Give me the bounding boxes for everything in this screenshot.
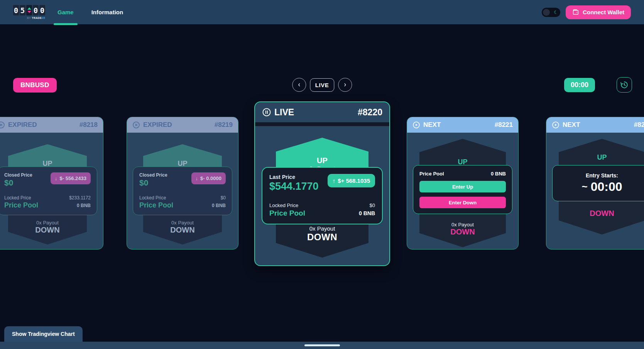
- down-label: DOWN: [170, 226, 194, 234]
- round-timer: 00:00: [564, 78, 595, 92]
- closed-price-value: $0: [4, 178, 32, 187]
- round-card-live-8220: LIVE #8220 UP 0x Payout Last Price $544.…: [254, 101, 390, 266]
- tab-information-label: Information: [91, 9, 123, 15]
- down-arrow-shape: 0x Payout DOWN: [143, 211, 222, 244]
- price-diff-badge: ↓ $- 556.2433: [51, 172, 91, 184]
- arrow-down-icon: ↓: [196, 175, 198, 181]
- card-status: LIVE: [274, 107, 294, 118]
- card-status: EXPIRED: [143, 121, 172, 129]
- play-icon: [552, 121, 559, 129]
- price-pool-label: Price Pool: [139, 201, 173, 209]
- bet-box: Price Pool 0 BNB Enter Up Enter Down: [413, 165, 512, 214]
- round-card-expired-8219: EXPIRED #8219 UP 0x Payout Closed Price …: [127, 117, 238, 250]
- price-diff-value: $- 0.0000: [200, 175, 221, 181]
- last-price-value: $544.1770: [269, 180, 319, 192]
- closed-price-label: Closed Price: [139, 172, 167, 178]
- pair-badge[interactable]: BNBUSD: [13, 78, 57, 93]
- chevron-right-icon: [342, 82, 348, 88]
- round-card-expired-8218: EXPIRED #8218 UP 0x Payout Closed Price …: [0, 117, 103, 250]
- arrow-down-icon: ↓: [55, 175, 57, 181]
- tab-game[interactable]: Game: [57, 0, 74, 24]
- price-pool-value: 0 BNB: [77, 203, 91, 208]
- card-header: EXPIRED #8218: [0, 117, 103, 133]
- app-logo[interactable]: 0 5 0 0 BY TRADE45: [13, 5, 45, 19]
- expired-icon: [0, 121, 5, 129]
- logo-clock-display: 0 5 0 0: [13, 5, 45, 15]
- price-diff-badge: ↑ $+ 568.1035: [328, 174, 375, 187]
- top-navbar: 0 5 0 0 BY TRADE45 Game Information ☾: [0, 0, 644, 24]
- logo-up-down-icon: [26, 5, 32, 15]
- enter-down-button[interactable]: Enter Down: [419, 197, 506, 208]
- round-number: #8221: [495, 121, 513, 129]
- entry-starts-label: Entry Starts:: [558, 172, 644, 179]
- price-diff-badge: ↓ $- 0.0000: [191, 172, 226, 184]
- round-card-next-8222: NEXT #8222 UP Entry Starts: ~00:00 DOWN: [546, 117, 644, 250]
- entry-starts-box: Entry Starts: ~00:00: [552, 165, 644, 201]
- wallet-icon: [572, 9, 579, 16]
- round-number: #8218: [79, 121, 98, 129]
- down-arrow-shape: DOWN: [559, 197, 644, 234]
- price-diff-value: $+ 568.1035: [338, 177, 370, 184]
- locked-price-label: Locked Price: [269, 202, 298, 208]
- entry-starts-value: ~00:00: [558, 180, 644, 194]
- tab-information[interactable]: Information: [91, 0, 123, 24]
- history-icon: [620, 81, 629, 89]
- show-tradingview-chart-button[interactable]: Show Tradingview Chart: [4, 326, 83, 342]
- down-arrow-shape: 0x Payout DOWN: [419, 210, 506, 247]
- down-label: DOWN: [450, 228, 475, 236]
- arrow-up-icon: ↑: [333, 177, 336, 184]
- history-button[interactable]: [617, 77, 632, 93]
- down-payout: 0x Payout: [36, 220, 59, 226]
- card-status: NEXT: [563, 121, 580, 129]
- logo-digit: 0: [39, 5, 45, 15]
- down-arrow-shape: 0x Payout DOWN: [8, 211, 87, 244]
- down-label: DOWN: [590, 209, 614, 218]
- locked-price-label: Locked Price: [4, 195, 31, 201]
- theme-toggle[interactable]: ☾: [542, 8, 560, 17]
- toggle-knob: [543, 9, 550, 16]
- tilde-prefix: ~: [581, 181, 587, 192]
- card-header: NEXT #8221: [407, 117, 518, 133]
- down-payout: 0x Payout: [451, 222, 474, 228]
- card-status: EXPIRED: [8, 121, 37, 129]
- connect-wallet-button[interactable]: Connect Wallet: [566, 5, 631, 19]
- round-number: #8222: [634, 121, 644, 129]
- price-pool-label: Price Pool: [269, 209, 305, 217]
- live-indicator-button[interactable]: LIVE: [310, 78, 334, 92]
- price-pool-value: 0 BNB: [212, 203, 226, 208]
- round-number: #8220: [358, 107, 382, 118]
- logo-byline: BY TRADE45: [13, 17, 45, 19]
- price-pool-label: Price Pool: [419, 171, 444, 177]
- logo-digit: 5: [20, 5, 25, 15]
- price-box: Closed Price $0 ↓ $- 0.0000 Locked Price…: [133, 167, 232, 215]
- connect-wallet-label: Connect Wallet: [583, 9, 624, 15]
- closed-price-value: $0: [139, 178, 167, 187]
- round-number: #8219: [215, 121, 233, 129]
- down-payout: 0x Payout: [171, 220, 194, 226]
- card-header: EXPIRED #8219: [127, 117, 238, 133]
- next-round-button[interactable]: [338, 78, 352, 92]
- prev-round-button[interactable]: [292, 78, 306, 92]
- round-navigation: LIVE: [292, 78, 352, 92]
- price-pool-value: 0 BNB: [359, 210, 375, 216]
- price-pool-value: 0 BNB: [491, 171, 506, 177]
- up-label: UP: [597, 153, 607, 162]
- down-label: DOWN: [307, 232, 337, 243]
- card-body: UP 0x Payout Last Price $544.1770 ↑ $+ 5…: [255, 126, 389, 258]
- card-body: UP 0x Payout Closed Price $0 ↓ $- 0.0000…: [127, 133, 238, 244]
- logo-digit: 0: [33, 5, 39, 15]
- down-payout: 0x Payout: [309, 225, 335, 232]
- round-card-next-8221: NEXT #8221 UP 0x Payout Price Pool 0 BNB…: [407, 117, 519, 250]
- card-header: NEXT #8222: [546, 117, 644, 133]
- locked-price-value: $233.1172: [69, 195, 91, 201]
- logo-digit: 0: [13, 5, 19, 15]
- price-pool-label: Price Pool: [4, 201, 38, 209]
- carousel-scrollbar-thumb[interactable]: [304, 344, 340, 346]
- moon-icon: ☾: [554, 9, 558, 15]
- enter-up-button[interactable]: Enter Up: [419, 181, 506, 192]
- round-progress-bar: [255, 122, 389, 126]
- last-price-label: Last Price: [269, 174, 319, 180]
- price-box: Closed Price $0 ↓ $- 556.2433 Locked Pri…: [0, 167, 97, 215]
- play-icon: [412, 121, 420, 129]
- card-body: UP Entry Starts: ~00:00 DOWN: [546, 133, 644, 234]
